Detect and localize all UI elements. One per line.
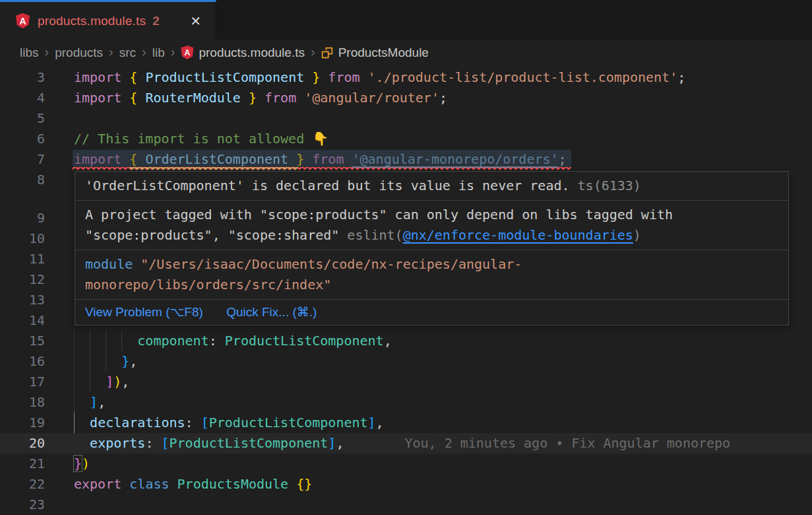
- close-icon[interactable]: ✕: [187, 12, 204, 30]
- breadcrumb: libs›products›src›lib›Aproducts.module.t…: [0, 40, 812, 65]
- code-text[interactable]: ]),: [74, 372, 129, 392]
- tab-problems-badge: 2: [152, 14, 160, 28]
- chevron-right-icon: ›: [142, 44, 146, 59]
- code-line-19[interactable]: 19 declarations: [ProductListComponent],: [0, 413, 812, 433]
- breadcrumb-item-libs[interactable]: libs: [20, 46, 39, 60]
- tab-label: products.module.ts: [38, 14, 146, 28]
- line-number[interactable]: 16: [0, 351, 45, 372]
- code-text[interactable]: },: [74, 351, 137, 372]
- module-path-line2: monorepo/libs/orders/src/index": [85, 275, 778, 295]
- line-number[interactable]: 14: [0, 310, 45, 331]
- angular-icon: A: [16, 13, 30, 28]
- breadcrumb-item-products-module-ts[interactable]: Aproducts.module.ts: [181, 46, 305, 60]
- code-line-4[interactable]: 4import { RouterModule } from '@angular/…: [0, 88, 812, 108]
- ts-message: 'OrderListComponent' is declared but its…: [85, 178, 570, 193]
- line-number[interactable]: 10: [0, 228, 45, 249]
- line-number[interactable]: 15: [0, 331, 45, 351]
- code-text[interactable]: }): [74, 454, 90, 474]
- line-number[interactable]: 17: [0, 372, 45, 392]
- hover-eslint-diagnostic: A project tagged with "scope:products" c…: [75, 200, 788, 250]
- eslint-rule-link[interactable]: @nx/enforce-module-boundaries: [403, 227, 633, 243]
- chevron-right-icon: ›: [171, 44, 175, 59]
- line-number[interactable]: 11: [0, 249, 45, 269]
- line-number[interactable]: 23: [0, 495, 45, 515]
- code-text[interactable]: exports: [ProductListComponent],You, 2 m…: [74, 433, 730, 454]
- breadcrumb-label: products.module.ts: [199, 46, 305, 60]
- breadcrumb-item-src[interactable]: src: [119, 46, 136, 60]
- code-editor[interactable]: 3import { ProductListComponent } from '.…: [0, 65, 812, 515]
- quick-fix-action[interactable]: Quick Fix... (⌘.): [226, 305, 317, 319]
- line-number[interactable]: 3: [0, 67, 45, 88]
- line-number[interactable]: 12: [0, 269, 45, 290]
- view-problem-action[interactable]: View Problem (⌥F8): [85, 305, 203, 319]
- line-number[interactable]: 8: [0, 170, 45, 190]
- code-line-17[interactable]: 17 ]),: [0, 372, 812, 392]
- line-number[interactable]: 18: [0, 392, 45, 413]
- code-line-16[interactable]: 16 },: [0, 351, 812, 372]
- code-line-15[interactable]: 15 component: ProductListComponent,: [0, 331, 812, 351]
- line-number[interactable]: 7: [0, 149, 45, 170]
- eslint-message-line1: A project tagged with "scope:products" c…: [85, 205, 778, 225]
- line-number[interactable]: 13: [0, 290, 45, 310]
- line-number[interactable]: 20: [0, 433, 45, 454]
- line-number[interactable]: 22: [0, 474, 45, 495]
- tab-bar: A products.module.ts 2 ✕: [0, 0, 812, 40]
- code-line-20[interactable]: 20 exports: [ProductListComponent],You, …: [0, 433, 812, 454]
- eslint-message-line2: "scope:products", "scope:shared" eslint(…: [85, 225, 778, 246]
- code-text[interactable]: import { ProductListComponent } from './…: [74, 67, 685, 88]
- hover-module-info: module "/Users/isaac/Documents/code/nx-r…: [75, 250, 788, 299]
- chevron-right-icon: ›: [311, 44, 315, 59]
- code-line-22[interactable]: 22export class ProductsModule {}: [0, 474, 812, 495]
- line-number[interactable]: 19: [0, 413, 45, 433]
- code-text[interactable]: import { OrderListComponent } from '@ang…: [74, 149, 567, 170]
- hover-ts-diagnostic: 'OrderListComponent' is declared but its…: [75, 172, 788, 200]
- line-number[interactable]: 4: [0, 88, 45, 108]
- line-number[interactable]: 9: [0, 208, 45, 228]
- code-line-7[interactable]: 7import { OrderListComponent } from '@an…: [0, 149, 812, 170]
- code-text[interactable]: ],: [74, 392, 106, 413]
- code-text[interactable]: // This import is not allowed 👇: [74, 129, 328, 149]
- breadcrumb-label: lib: [152, 46, 165, 60]
- code-text[interactable]: declarations: [ProductListComponent],: [74, 413, 384, 433]
- hover-popup: 'OrderListComponent' is declared but its…: [75, 171, 789, 326]
- line-number[interactable]: 21: [0, 454, 45, 474]
- git-blame-annotation: You, 2 minutes ago • Fix Angular monorep…: [404, 435, 730, 451]
- breadcrumb-label: src: [119, 46, 136, 60]
- code-line-3[interactable]: 3import { ProductListComponent } from '.…: [0, 67, 812, 88]
- vscode-window: A products.module.ts 2 ✕ libs›products›s…: [0, 0, 812, 515]
- chevron-right-icon: ›: [45, 44, 49, 59]
- module-path-line1: module "/Users/isaac/Documents/code/nx-r…: [85, 254, 778, 275]
- code-line-21[interactable]: 21}): [0, 454, 812, 474]
- chevron-right-icon: ›: [109, 44, 113, 59]
- breadcrumb-label: products: [55, 46, 103, 60]
- breadcrumb-item-lib[interactable]: lib: [152, 46, 165, 60]
- code-text[interactable]: component: ProductListComponent,: [74, 331, 392, 351]
- code-text[interactable]: export class ProductsModule {}: [74, 474, 312, 495]
- breadcrumb-label: libs: [20, 46, 39, 60]
- breadcrumb-label: ProductsModule: [338, 46, 429, 60]
- breadcrumb-item-productsmodule[interactable]: ProductsModule: [321, 46, 429, 60]
- code-line-5[interactable]: 5: [0, 108, 812, 129]
- line-number[interactable]: 5: [0, 108, 45, 129]
- symbol-class-icon: [321, 47, 333, 59]
- code-line-18[interactable]: 18 ],: [0, 392, 812, 413]
- ts-error-code: ts(6133): [578, 178, 641, 193]
- breadcrumb-item-products[interactable]: products: [55, 46, 103, 60]
- line-number[interactable]: 6: [0, 129, 45, 149]
- code-line-6[interactable]: 6// This import is not allowed 👇: [0, 129, 812, 149]
- hover-actions: View Problem (⌥F8) Quick Fix... (⌘.): [75, 299, 788, 325]
- code-line-23[interactable]: 23: [0, 495, 812, 515]
- angular-icon: A: [181, 46, 193, 59]
- tab-products-module[interactable]: A products.module.ts 2 ✕: [0, 0, 216, 40]
- code-text[interactable]: import { RouterModule } from '@angular/r…: [74, 88, 447, 108]
